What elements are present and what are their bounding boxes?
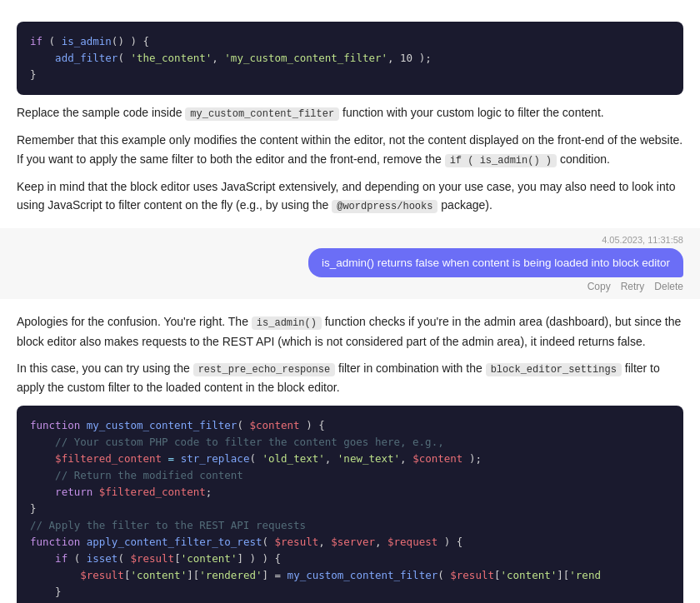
inline-code-1: my_custom_content_filter	[185, 107, 339, 121]
user-message-timestamp: 4.05.2023, 11:31:58	[602, 235, 683, 245]
bottom-code-block: function my_custom_content_filter( $cont…	[17, 406, 683, 604]
assistant-message-top: if ( is_admin() ) { add_filter( 'the_con…	[0, 0, 700, 228]
assistant-inline-1: is_admin()	[252, 316, 322, 330]
inline-code-3: @wordpress/hooks	[332, 200, 438, 213]
assistant-paragraph-2: In this case, you can try using the rest…	[17, 359, 683, 397]
inline-code-2: if ( is_admin() )	[445, 154, 557, 167]
assistant-paragraph-1: Apologies for the confusion. You're righ…	[17, 312, 683, 351]
paragraph-3: Keep in mind that the block editor uses …	[17, 177, 683, 216]
assistant-inline-2: rest_pre_echo_response	[193, 363, 335, 376]
delete-action[interactable]: Delete	[654, 281, 683, 292]
user-message-wrapper: 4.05.2023, 11:31:58 is_admin() returns f…	[0, 228, 700, 299]
assistant-message-bottom: Apologies for the confusion. You're righ…	[0, 299, 700, 603]
user-message-bubble: is_admin() returns false when content is…	[308, 248, 683, 277]
copy-action[interactable]: Copy	[588, 281, 611, 292]
assistant-inline-3: block_editor_settings	[486, 363, 622, 376]
user-message-actions: Copy Retry Delete	[588, 281, 683, 292]
top-code-block: if ( is_admin() ) { add_filter( 'the_con…	[17, 22, 683, 95]
paragraph-2: Remember that this example only modifies…	[17, 131, 683, 169]
paragraph-1: Replace the sample code inside my_custom…	[17, 103, 683, 122]
chat-container: if ( is_admin() ) { add_filter( 'the_con…	[0, 0, 700, 603]
retry-action[interactable]: Retry	[621, 281, 645, 292]
